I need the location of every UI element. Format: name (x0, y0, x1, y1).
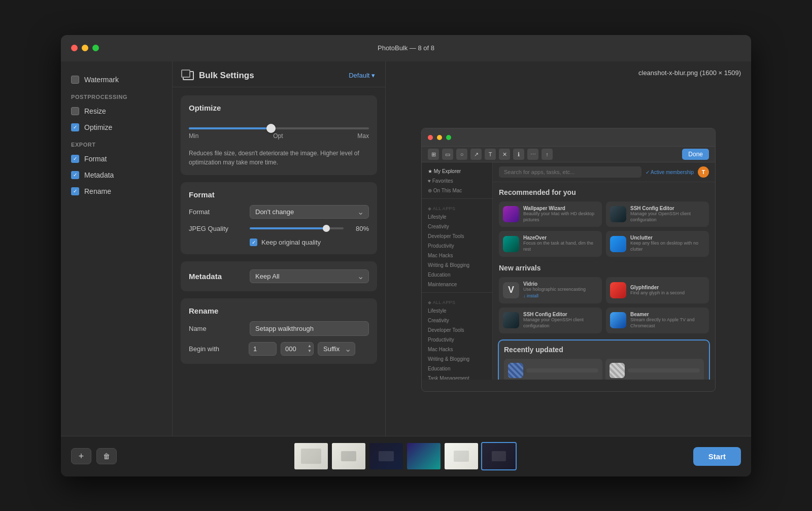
format-field-label: Format (189, 208, 245, 216)
maximize-button[interactable] (92, 45, 99, 51)
main-content: Watermark POSTPROCESSING Resize Optimize… (61, 61, 751, 436)
new-arrivals-grid: V Vidrio Use holographic screencasting ↓… (499, 277, 709, 333)
rename-section: Rename Name Begin with ▲ ▼ (181, 298, 377, 364)
preview-sidebar-maintenance: Maintenance (422, 280, 492, 289)
format-row: Format Don't change JPEG PNG TIFF BMP (189, 205, 369, 219)
recently-app-2 (605, 359, 704, 380)
thumbnail-5[interactable] (444, 442, 479, 470)
app-desc: Focus on the task at hand, dim the rest (523, 241, 598, 252)
bottom-bar: + 🗑 (61, 436, 751, 476)
app-desc: Use holographic screencasting (523, 287, 598, 293)
metadata-select-wrapper: Keep All Remove All Keep EXIF Keep GPS (250, 269, 369, 283)
rename-input[interactable] (250, 321, 369, 336)
preview-grid: Recommended for you Wallpaper Wizard Bea… (493, 182, 715, 380)
sidebar: Watermark POSTPROCESSING Resize Optimize… (61, 61, 173, 436)
resize-checkbox[interactable] (71, 107, 79, 115)
optimize-title: Optimize (189, 104, 369, 112)
resize-label: Resize (84, 107, 106, 115)
toolbar-link: ⋯ (527, 149, 538, 160)
slider-min-label: Min (189, 132, 198, 140)
add-button[interactable]: + (71, 448, 91, 464)
preview-sidebar-my-explorer: ★ My Explorer (422, 166, 492, 176)
app-name: Wallpaper Wizard (523, 206, 598, 211)
app-unclutter: Unclutter Keep any files on desktop with… (606, 231, 709, 256)
preview-sidebar-lifestyle2: Lifestyle (422, 306, 492, 316)
metadata-section: Metadata Keep All Remove All Keep EXIF K… (181, 261, 377, 291)
delete-button[interactable]: 🗑 (96, 448, 117, 464)
sidebar-item-metadata[interactable]: Metadata (61, 167, 172, 183)
thumbnail-6[interactable] (481, 442, 517, 470)
toolbar-text: T (485, 149, 496, 160)
app-desc: Find any glyph in a second (630, 290, 705, 296)
panel-header-left: Bulk Settings (183, 71, 254, 81)
sidebar-item-watermark[interactable]: Watermark (61, 72, 172, 88)
done-button[interactable]: Done (682, 149, 709, 160)
keep-quality-row: Keep original quality (189, 239, 369, 246)
slider-labels: Min Opt Max (189, 132, 369, 140)
preview-sidebar-favorites: ♥ Favorites (422, 176, 492, 186)
optimize-checkbox[interactable] (71, 123, 79, 131)
toolbar-upload: ↑ (542, 149, 553, 160)
format-select-wrapper: Don't change JPEG PNG TIFF BMP (250, 205, 369, 219)
format-select[interactable]: Don't change JPEG PNG TIFF BMP (250, 205, 369, 219)
sidebar-item-resize[interactable]: Resize (61, 103, 172, 119)
preview-search-input[interactable] (499, 166, 641, 178)
sidebar-item-rename[interactable]: Rename (61, 183, 172, 199)
preview-sidebar-writing: Writing & Blogging (422, 260, 492, 270)
toolbar-rect: ▭ (442, 149, 453, 160)
begin-input[interactable] (249, 342, 277, 356)
sidebar-item-optimize[interactable]: Optimize (61, 119, 172, 135)
minimize-button[interactable] (82, 45, 88, 51)
slider-opt-label: Opt (273, 132, 283, 140)
preview-header: cleanshot-x-blur.png (1600 × 1509) (386, 61, 751, 84)
name-label: Name (189, 325, 245, 332)
app-desc: Keep any files on desktop with no clutte… (630, 241, 705, 252)
thumbnail-1[interactable] (293, 442, 329, 470)
preview-sidebar-all-apps-header2: ◆ All Apps (422, 296, 492, 306)
preview-sidebar-mini: ★ My Explorer ♥ Favorites ⊕ On This Mac … (422, 162, 493, 380)
stepper-buttons: ▲ ▼ (307, 342, 313, 356)
stepper-down[interactable]: ▼ (307, 349, 313, 354)
close-button[interactable] (71, 45, 78, 51)
default-button[interactable]: Default ▾ (349, 72, 375, 79)
thumbnail-3[interactable] (368, 442, 404, 470)
metadata-select[interactable]: Keep All Remove All Keep EXIF Keep GPS (250, 269, 369, 283)
glyphfinder-icon (610, 282, 626, 298)
rename-checkbox[interactable] (71, 187, 79, 195)
app-info: SSH Config Editor Manage your OpenSSH cl… (630, 206, 705, 223)
preview-sidebar-machacks2: Mac Hacks (422, 345, 492, 354)
thumbnail-2[interactable] (331, 442, 366, 470)
format-checkbox[interactable] (71, 155, 79, 163)
window-title: PhotoBulk — 8 of 8 (378, 44, 434, 52)
recommended-grid: Wallpaper Wizard Beautify your Mac with … (499, 201, 709, 257)
recently-icon-2 (610, 363, 625, 378)
start-button[interactable]: Start (693, 447, 741, 466)
metadata-checkbox[interactable] (71, 171, 79, 179)
panel-scroll: Optimize Min Opt Max Reduces fi (173, 87, 385, 436)
preview-top-bar (422, 128, 715, 147)
app-window: PhotoBulk — 8 of 8 Watermark POSTPROCESS… (61, 35, 751, 476)
app-info: Glyphfinder Find any glyph in a second (630, 285, 705, 296)
optimize-slider-container: Min Opt Max (189, 118, 369, 144)
preview-sidebar-productivity: Productivity (422, 241, 492, 251)
suffix-select-wrapper: Suffix Prefix None (318, 342, 355, 356)
preview-sidebar-developer2: Developer Tools (422, 325, 492, 335)
panel-header: Bulk Settings Default ▾ (173, 61, 385, 87)
jpeg-quality-label: JPEG Quality (189, 225, 245, 232)
watermark-checkbox[interactable] (71, 76, 79, 84)
keep-quality-checkbox[interactable] (250, 239, 257, 246)
stepper-up[interactable]: ▲ (307, 344, 313, 349)
suffix-select[interactable]: Suffix Prefix None (318, 342, 355, 356)
app-name: Vidrio (523, 281, 598, 287)
quality-slider-thumb[interactable] (323, 225, 330, 232)
recently-updated-grid (504, 359, 704, 380)
optimize-slider-thumb[interactable] (266, 124, 276, 133)
wallpaper-wizard-icon (503, 206, 519, 222)
thumbnail-4[interactable] (406, 442, 442, 470)
toolbar-info: ℹ (513, 149, 524, 160)
recommended-header: Recommended for you (499, 188, 709, 196)
preview-avatar: T (698, 166, 709, 178)
sidebar-item-format[interactable]: Format (61, 151, 172, 167)
toolbar-crop: ⊞ (428, 149, 439, 160)
app-ssh2: SSH Config Editor Manage your OpenSSH cl… (499, 308, 602, 333)
